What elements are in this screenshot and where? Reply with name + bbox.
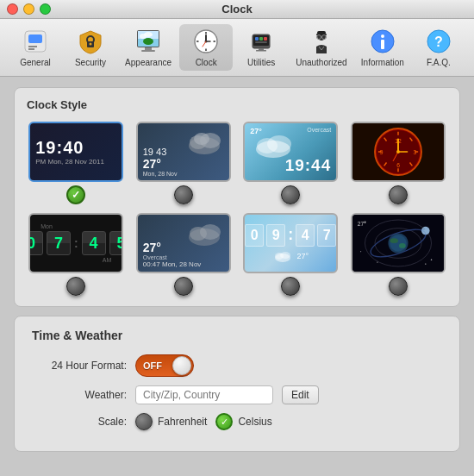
edit-button[interactable]: Edit bbox=[282, 385, 319, 404]
clock-style-title: Clock Style bbox=[27, 98, 447, 111]
svg-rect-31 bbox=[259, 48, 264, 50]
clock-thumb-8: 27° bbox=[351, 213, 446, 273]
minimize-button[interactable] bbox=[23, 3, 34, 15]
window-title: Clock bbox=[221, 3, 252, 16]
toolbar-item-general[interactable]: General bbox=[9, 24, 62, 71]
svg-point-47 bbox=[194, 133, 209, 145]
toolbar-item-faq[interactable]: ? F.A.Q. bbox=[412, 24, 465, 71]
clock3-label: Overcast bbox=[307, 127, 331, 133]
appearance-label: Appearance bbox=[125, 58, 172, 67]
svg-text:6: 6 bbox=[396, 162, 400, 168]
svg-text:9: 9 bbox=[380, 149, 384, 155]
clock1-time: 19:40 bbox=[35, 138, 84, 158]
seg-h2: 9 bbox=[266, 224, 285, 247]
flip-m1: 4 bbox=[82, 231, 106, 255]
svg-point-91 bbox=[360, 251, 361, 252]
clock-thumb-3: 27° Overcast 19:44 bbox=[243, 122, 338, 182]
flip-h1: 0 bbox=[28, 231, 43, 255]
clock-grid: 19:40 PM Mon, 28 Nov 2011 ✓ 19 43 27° bbox=[27, 122, 447, 296]
clock-style-1[interactable]: 19:40 PM Mon, 28 Nov 2011 ✓ bbox=[27, 122, 126, 204]
svg-point-6 bbox=[90, 43, 92, 46]
clock2-knob bbox=[174, 185, 193, 204]
title-bar: Clock bbox=[0, 0, 474, 19]
clock5-knob bbox=[66, 277, 85, 296]
toggle-knob bbox=[172, 356, 191, 375]
clock2-temp: 27° bbox=[143, 157, 161, 171]
clock6-knob bbox=[174, 277, 193, 296]
toggle-state: OFF bbox=[143, 360, 162, 371]
svg-text:3: 3 bbox=[413, 149, 416, 155]
clock7-knob bbox=[281, 277, 300, 296]
fahrenheit-label: Fahrenheit bbox=[158, 416, 207, 428]
general-label: General bbox=[20, 58, 51, 67]
clock1-date: PM Mon, 28 Nov 2011 bbox=[35, 158, 104, 166]
svg-rect-14 bbox=[141, 50, 155, 52]
clock4-knob bbox=[389, 185, 408, 204]
utilities-label: Utilities bbox=[247, 58, 275, 67]
hour-format-toggle[interactable]: OFF bbox=[135, 354, 194, 377]
time-weather-title: Time & Weather bbox=[32, 329, 442, 342]
clock-thumb-7: 0 9 : 4 7 27° bbox=[243, 213, 338, 273]
clock-style-4[interactable]: 12 3 6 9 bbox=[349, 122, 448, 204]
clock2-date: Mon, 28 Nov bbox=[143, 171, 178, 177]
scale-options: Fahrenheit ✓ Celsius bbox=[135, 413, 272, 430]
toolbar-item-clock[interactable]: Clock bbox=[179, 24, 233, 71]
scale-row: Scale: Fahrenheit ✓ Celsius bbox=[32, 413, 442, 430]
information-icon bbox=[369, 28, 396, 55]
toolbar-item-utilities[interactable]: Utilities bbox=[234, 24, 288, 71]
clock-style-2[interactable]: 19 43 27° Mon, 28 Nov bbox=[134, 122, 234, 204]
toolbar-item-information[interactable]: Information bbox=[355, 24, 410, 71]
svg-point-75 bbox=[280, 252, 290, 259]
clock-thumb-4: 12 3 6 9 bbox=[351, 122, 446, 182]
celsius-option[interactable]: ✓ Celsius bbox=[215, 413, 271, 430]
clock8-knob bbox=[389, 277, 408, 296]
clock-style-5[interactable]: Mon 0 7 : 4 5 AM bbox=[27, 213, 126, 296]
weather-input[interactable] bbox=[135, 385, 273, 404]
fahrenheit-radio[interactable] bbox=[135, 413, 153, 430]
clock3-time: 19:44 bbox=[285, 156, 332, 175]
svg-rect-13 bbox=[145, 47, 152, 50]
toolbar-item-appearance[interactable]: Appearance bbox=[119, 24, 178, 71]
svg-rect-28 bbox=[259, 37, 263, 41]
clock-style-7[interactable]: 0 9 : 4 7 27° bbox=[241, 213, 340, 296]
clock7-temp: 27° bbox=[296, 252, 309, 260]
clock-style-6[interactable]: 27° Overcast 00:47 Mon, 28 Nov bbox=[134, 213, 234, 296]
svg-point-82 bbox=[390, 238, 398, 243]
svg-point-50 bbox=[267, 135, 291, 153]
clock-icon bbox=[192, 28, 220, 55]
svg-point-69 bbox=[396, 150, 400, 153]
clock-thumb-6: 27° Overcast 00:47 Mon, 28 Nov bbox=[136, 213, 231, 273]
format-row: 24 Hour Format: OFF bbox=[32, 354, 442, 377]
svg-text:27°: 27° bbox=[358, 221, 366, 227]
celsius-radio[interactable]: ✓ bbox=[215, 413, 233, 430]
svg-point-12 bbox=[143, 38, 153, 45]
seg-m1: 4 bbox=[296, 224, 315, 247]
window-controls[interactable] bbox=[7, 3, 51, 15]
clock6-label: Overcast bbox=[143, 254, 167, 260]
close-button[interactable] bbox=[7, 3, 18, 15]
dig-time: 0 9 : 4 7 bbox=[245, 224, 336, 247]
toolbar-item-security[interactable]: Security bbox=[64, 24, 117, 71]
svg-rect-32 bbox=[256, 50, 266, 52]
svg-point-88 bbox=[431, 260, 433, 261]
clock1-selected: ✓ bbox=[66, 185, 85, 204]
clock6-timestamp: 00:47 Mon, 28 Nov bbox=[143, 260, 202, 268]
toolbar-item-unauthorized[interactable]: Unauthorized bbox=[290, 24, 353, 71]
fahrenheit-option[interactable]: Fahrenheit bbox=[135, 413, 207, 430]
format-label: 24 Hour Format: bbox=[32, 360, 127, 372]
weather-row: Weather: Edit bbox=[32, 385, 442, 404]
celsius-label: Celsius bbox=[238, 416, 271, 428]
security-icon bbox=[77, 28, 104, 55]
clock-label: Clock bbox=[196, 58, 217, 67]
maximize-button[interactable] bbox=[40, 3, 51, 15]
svg-rect-27 bbox=[255, 37, 259, 41]
security-label: Security bbox=[75, 58, 106, 67]
clock-thumb-1: 19:40 PM Mon, 28 Nov 2011 bbox=[28, 122, 123, 182]
svg-point-11 bbox=[144, 32, 153, 37]
clock-style-panel: Clock Style 19:40 PM Mon, 28 Nov 2011 ✓ bbox=[14, 87, 460, 307]
svg-point-72 bbox=[200, 224, 221, 240]
clock3-knob bbox=[281, 185, 300, 204]
appearance-icon bbox=[134, 28, 162, 55]
clock-style-3[interactable]: 27° Overcast 19:44 bbox=[241, 122, 340, 204]
clock-style-8[interactable]: 27° bbox=[349, 213, 448, 296]
